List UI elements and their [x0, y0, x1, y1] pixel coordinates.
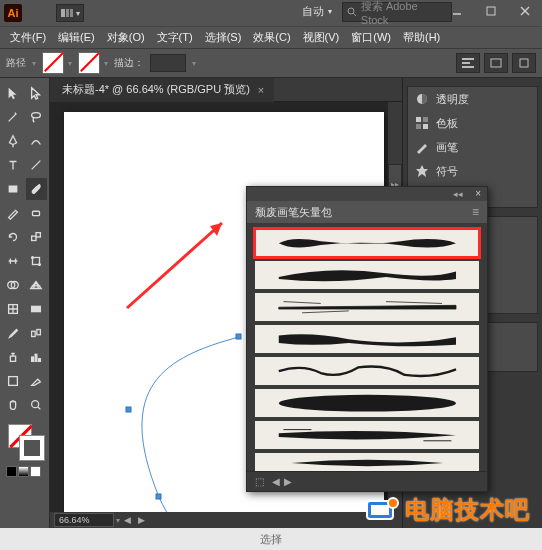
- svg-rect-16: [33, 211, 40, 215]
- menu-object[interactable]: 对象(O): [101, 27, 151, 48]
- gradient-tool[interactable]: [26, 298, 48, 320]
- panel-transparency[interactable]: 透明度: [408, 87, 537, 111]
- direct-selection-tool[interactable]: [26, 82, 48, 104]
- color-mode-gradient[interactable]: [18, 466, 29, 477]
- color-mode-solid[interactable]: [6, 466, 17, 477]
- nav-next-icon[interactable]: ▶: [134, 513, 148, 527]
- svg-rect-1: [66, 9, 69, 17]
- brush-item[interactable]: [255, 229, 479, 257]
- brush-item[interactable]: [255, 293, 479, 321]
- artboard-tool[interactable]: [2, 370, 24, 392]
- column-graph-tool[interactable]: [26, 346, 48, 368]
- close-tab-icon[interactable]: ×: [258, 84, 264, 96]
- panel-swatches[interactable]: 色板: [408, 111, 537, 135]
- panel-close-icon[interactable]: ×: [475, 188, 481, 199]
- paintbrush-tool[interactable]: [26, 178, 48, 200]
- svg-rect-27: [37, 330, 41, 335]
- stock-search[interactable]: 搜索 Adobe Stock: [342, 2, 452, 22]
- svg-rect-28: [10, 356, 15, 361]
- svg-rect-31: [39, 359, 41, 362]
- workspace-switcher[interactable]: ▾: [56, 4, 84, 22]
- panel-symbols[interactable]: 符号: [408, 159, 537, 183]
- fill-stroke-indicator[interactable]: [2, 424, 47, 462]
- brush-item[interactable]: [255, 389, 479, 417]
- app-logo: Ai: [4, 4, 22, 22]
- zoom-input[interactable]: 66.64%: [54, 513, 114, 527]
- control-bar: 路径 ▾ ▾ ▾ 描边： ▾: [0, 48, 542, 78]
- eyedropper-tool[interactable]: [2, 322, 24, 344]
- menu-type[interactable]: 文字(T): [151, 27, 199, 48]
- type-tool[interactable]: [2, 154, 24, 176]
- symbol-sprayer-tool[interactable]: [2, 346, 24, 368]
- selection-tool[interactable]: [2, 82, 24, 104]
- svg-rect-32: [8, 377, 17, 386]
- color-mode-none[interactable]: [30, 466, 41, 477]
- document-tabs: 未标题-4* @ 66.64% (RGB/GPU 预览) ×: [50, 78, 402, 102]
- perspective-grid-tool[interactable]: [26, 274, 48, 296]
- menu-help[interactable]: 帮助(H): [397, 27, 446, 48]
- window-maximize[interactable]: [474, 0, 508, 22]
- panel-collapse-icon[interactable]: ◂◂: [453, 189, 463, 199]
- svg-rect-12: [491, 59, 501, 67]
- brush-library-panel: ◂◂ × 颓废画笔矢量包 ≡ ⬚ ◀ ▶: [246, 186, 488, 492]
- pen-tool[interactable]: [2, 130, 24, 152]
- hand-tool[interactable]: [2, 394, 24, 416]
- zoom-tool[interactable]: [26, 394, 48, 416]
- stroke-swatch[interactable]: [78, 52, 100, 74]
- window-close[interactable]: [508, 0, 542, 22]
- align-icon[interactable]: [456, 53, 480, 73]
- free-transform-tool[interactable]: [26, 250, 48, 272]
- rectangle-tool[interactable]: [2, 178, 24, 200]
- watermark-text: 电脑技术吧: [405, 494, 530, 526]
- search-placeholder: 搜索 Adobe Stock: [361, 0, 447, 26]
- menu-view[interactable]: 视图(V): [297, 27, 346, 48]
- canvas-bottom-bar: 66.64% ▾ ◀ ▶: [50, 512, 402, 528]
- pencil-tool[interactable]: [2, 202, 24, 224]
- layout-auto[interactable]: 自动▾: [302, 4, 332, 19]
- menu-select[interactable]: 选择(S): [199, 27, 248, 48]
- svg-rect-35: [126, 407, 131, 412]
- fill-swatch[interactable]: [42, 52, 64, 74]
- scale-tool[interactable]: [26, 226, 48, 248]
- lasso-tool[interactable]: [26, 106, 48, 128]
- eraser-tool[interactable]: [26, 202, 48, 224]
- blend-tool[interactable]: [26, 322, 48, 344]
- menu-window[interactable]: 窗口(W): [345, 27, 397, 48]
- nav-prev-icon[interactable]: ◀: [120, 513, 134, 527]
- brush-item[interactable]: [255, 261, 479, 289]
- presets-icon[interactable]: [512, 53, 536, 73]
- brush-item[interactable]: [255, 453, 479, 471]
- svg-rect-10: [462, 62, 470, 64]
- next-library-icon[interactable]: ▶: [284, 476, 292, 487]
- magic-wand-tool[interactable]: [2, 106, 24, 128]
- transform-icon[interactable]: [484, 53, 508, 73]
- document-tab[interactable]: 未标题-4* @ 66.64% (RGB/GPU 预览) ×: [50, 78, 274, 102]
- width-tool[interactable]: [2, 250, 24, 272]
- rotate-tool[interactable]: [2, 226, 24, 248]
- menu-edit[interactable]: 编辑(E): [52, 27, 101, 48]
- prev-library-icon[interactable]: ◀: [272, 476, 280, 487]
- brush-item[interactable]: [255, 357, 479, 385]
- brush-trash-icon[interactable]: ⬚: [255, 476, 264, 487]
- window-minimize[interactable]: [440, 0, 474, 22]
- canvas-area[interactable]: 未标题-4* @ 66.64% (RGB/GPU 预览) ×: [50, 78, 402, 528]
- menu-file[interactable]: 文件(F): [4, 27, 52, 48]
- svg-rect-29: [32, 357, 34, 361]
- line-tool[interactable]: [26, 154, 48, 176]
- brush-item[interactable]: [255, 325, 479, 353]
- shape-builder-tool[interactable]: [2, 274, 24, 296]
- brush-list[interactable]: [247, 223, 487, 471]
- brush-item[interactable]: [255, 421, 479, 449]
- svg-rect-44: [423, 117, 428, 122]
- menu-effect[interactable]: 效果(C): [247, 27, 296, 48]
- slice-tool[interactable]: [26, 370, 48, 392]
- panel-menu-icon[interactable]: ≡: [472, 205, 479, 219]
- curvature-tool[interactable]: [26, 130, 48, 152]
- mesh-tool[interactable]: [2, 298, 24, 320]
- stroke-label: 描边：: [114, 56, 144, 70]
- panel-brushes[interactable]: 画笔: [408, 135, 537, 159]
- svg-rect-30: [35, 354, 37, 361]
- stroke-weight-input[interactable]: [150, 54, 186, 72]
- svg-rect-45: [416, 124, 421, 129]
- svg-point-21: [39, 264, 41, 266]
